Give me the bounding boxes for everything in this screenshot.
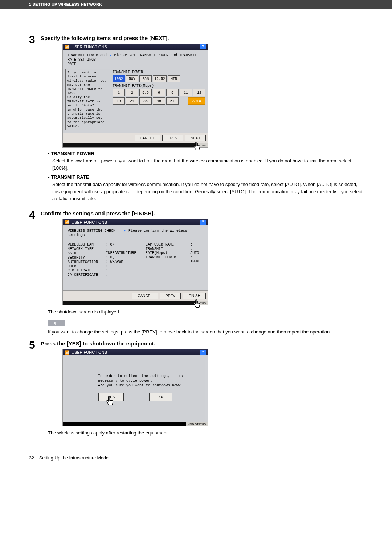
rate-36[interactable]: 36 <box>139 97 152 105</box>
prev-button[interactable]: PREV <box>162 135 183 141</box>
instr-left: TRANSMIT POWER and RATE SETTINGS <box>68 53 107 62</box>
footer-rule <box>29 441 363 441</box>
setting-values-left: : ON: INFRASTRUCTURE: HQ: WPAPSK::: <box>106 243 140 277</box>
rate-11[interactable]: 11 <box>180 89 192 96</box>
ss-title: USER FUNCTIONS <box>72 220 107 224</box>
step-title: Confirm the settings and press the [FINI… <box>41 210 363 216</box>
next-button[interactable]: NEXT <box>185 135 206 141</box>
rate-12[interactable]: 12 <box>193 89 205 96</box>
bullet-text: Select the transmit data capacity for wi… <box>52 181 363 202</box>
cancel-button[interactable]: CANCEL <box>132 293 158 299</box>
after-text: The wireless settings apply after restar… <box>48 430 363 436</box>
setting-labels-right: EAP USER NAMETRANSMIT RATE(Mbps)TRANSMIT… <box>146 243 187 277</box>
step-number: 4 <box>29 210 41 336</box>
ss-title: USER FUNCTIONS <box>72 45 107 49</box>
wifi-icon: 📶 <box>65 220 70 224</box>
wifi-icon: 📶 <box>65 45 70 49</box>
setting-values-right: :: AUTO: 100% <box>190 243 203 277</box>
finish-button[interactable]: FINISH <box>183 293 206 299</box>
arrow-icon: ▸ <box>110 53 112 57</box>
step-4: 4 Confirm the settings and press the [FI… <box>29 210 363 336</box>
shutdown-msg: In order to reflect the settings, it is … <box>65 358 205 393</box>
step-number: 5 <box>29 340 41 436</box>
tip-text: If you want to change the settings, pres… <box>48 328 363 336</box>
step-title: Specify the following items and press th… <box>41 35 363 41</box>
rate-6[interactable]: 6 <box>153 89 165 96</box>
page-footer: 32 Setting Up the Infrastructure Mode <box>29 455 363 461</box>
ss-title: USER FUNCTIONS <box>72 350 107 355</box>
prev-button[interactable]: PREV <box>160 293 181 299</box>
rate-auto[interactable]: AUTO <box>188 97 205 105</box>
step-number: 3 <box>29 35 41 205</box>
power-label: TRANSMIT POWER <box>113 70 205 74</box>
power-100[interactable]: 100% <box>113 75 125 82</box>
after-text: The shutdown screen is displayed. <box>48 309 363 315</box>
step-3: 3 Specify the following items and press … <box>29 35 363 205</box>
footer-title: Setting Up the Infrastructure Mode <box>39 455 109 461</box>
tip-badge: Tip <box>48 320 65 326</box>
rate-18[interactable]: 18 <box>113 97 125 105</box>
screenshot-confirm: 📶 USER FUNCTIONS ? WIRELESS SETTING CHEC… <box>62 219 208 305</box>
help-icon[interactable]: ? <box>200 44 206 49</box>
rate-48[interactable]: 48 <box>153 97 165 105</box>
help-icon[interactable]: ? <box>200 350 206 355</box>
help-text-box: If you want to limit the area wireless r… <box>65 69 110 130</box>
rate-55[interactable]: 5.5 <box>139 89 152 96</box>
rate-label: TRANSMIT RATE(Mbps) <box>113 84 205 88</box>
help-icon[interactable]: ? <box>200 220 206 225</box>
screenshot-transmit: 📶 USER FUNCTIONS ? TRANSMIT POWER and RA… <box>62 44 208 148</box>
step-title: Press the [YES] to shutdown the equipmen… <box>41 340 363 347</box>
bullet-heading: • TRANSMIT POWER <box>48 151 363 156</box>
power-50[interactable]: 50% <box>126 75 138 82</box>
power-12[interactable]: 12.5% <box>153 75 167 82</box>
arrow-icon: ▸ <box>124 229 126 233</box>
check-label: WIRELESS SETTING CHECK <box>68 229 115 233</box>
job-status-label[interactable]: JOB STATUS <box>186 422 208 426</box>
section-header: 1 SETTING UP WIRELESS NETWORK <box>0 0 392 9</box>
rate-2[interactable]: 2 <box>126 89 138 96</box>
power-min[interactable]: MIN <box>168 75 180 82</box>
page-number: 32 <box>29 455 34 461</box>
wifi-icon: 📶 <box>65 350 70 355</box>
cancel-button[interactable]: CANCEL <box>135 135 160 141</box>
rate-54[interactable]: 54 <box>166 97 179 105</box>
bullet-text: Select the low transmit power if you wan… <box>52 157 363 171</box>
power-25[interactable]: 25% <box>139 75 152 82</box>
screenshot-shutdown: 📶 USER FUNCTIONS ? In order to reflect t… <box>62 349 208 426</box>
rate-24[interactable]: 24 <box>126 97 138 105</box>
rule <box>29 31 363 31</box>
rate-9[interactable]: 9 <box>166 89 179 96</box>
setting-labels-left: WIRELESS LANNETWORK TYPESSIDSECURITYAUTH… <box>68 243 102 277</box>
no-button[interactable]: NO <box>149 393 172 401</box>
bullet-heading: • TRANSMIT RATE <box>48 174 363 180</box>
step-5: 5 Press the [YES] to shutdown the equipm… <box>29 340 363 436</box>
rate-1[interactable]: 1 <box>113 89 125 96</box>
